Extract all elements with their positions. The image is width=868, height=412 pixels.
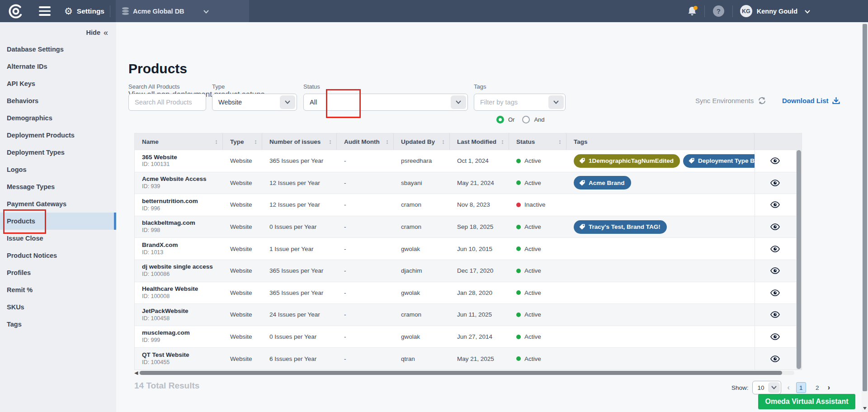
sidebar-item-skus[interactable]: SKUs bbox=[0, 298, 116, 316]
view-product-button[interactable] bbox=[755, 238, 795, 260]
page-number-1[interactable]: 1 bbox=[796, 382, 806, 393]
product-name[interactable]: QT Test Website bbox=[142, 352, 189, 359]
or-radio-label: Or bbox=[508, 116, 514, 123]
omeda-logo-icon[interactable] bbox=[8, 4, 24, 19]
settings-label[interactable]: Settings bbox=[77, 7, 104, 15]
product-name[interactable]: Healthcare Website bbox=[142, 286, 198, 293]
hamburger-menu-icon[interactable] bbox=[39, 6, 51, 16]
chevron-down-icon[interactable] bbox=[451, 95, 466, 109]
sort-icon[interactable]: ↕ bbox=[215, 138, 218, 145]
sidebar-item-product-notices[interactable]: Product Notices bbox=[0, 247, 116, 264]
next-page-button[interactable]: › bbox=[828, 384, 830, 392]
sidebar-item-remit-[interactable]: Remit % bbox=[0, 281, 116, 298]
page-scrollbar[interactable] bbox=[862, 22, 868, 412]
sidebar-item-alternate-ids[interactable]: Alternate IDs bbox=[0, 58, 116, 75]
sort-icon[interactable]: ↕ bbox=[254, 138, 257, 145]
product-name[interactable]: blackbeltmag.com bbox=[142, 220, 195, 227]
product-name[interactable]: Acme Website Access bbox=[142, 176, 207, 183]
tags-filter-select[interactable]: Filter by tags bbox=[474, 94, 566, 111]
tag-badge[interactable]: 1DemographicTagNumEdited bbox=[574, 154, 680, 168]
sort-icon[interactable]: ↕ bbox=[558, 138, 561, 145]
sidebar-item-deployment-products[interactable]: Deployment Products bbox=[0, 127, 116, 144]
sidebar-item-demographics[interactable]: Demographics bbox=[0, 109, 116, 127]
sidebar-item-api-keys[interactable]: API Keys bbox=[0, 75, 116, 92]
view-product-button[interactable] bbox=[755, 282, 795, 304]
view-product-button[interactable] bbox=[755, 326, 795, 348]
type-select[interactable]: Website bbox=[212, 94, 297, 111]
sidebar-item-products[interactable]: Products bbox=[0, 213, 116, 230]
product-name[interactable]: 365 Website bbox=[142, 154, 177, 161]
sort-icon[interactable]: ↕ bbox=[501, 138, 504, 145]
or-radio[interactable] bbox=[496, 116, 504, 123]
sidebar-item-tags[interactable]: Tags bbox=[0, 316, 116, 333]
horizontal-scroll-thumb[interactable] bbox=[140, 371, 782, 375]
database-selector[interactable]: Acme Global DB bbox=[116, 0, 249, 22]
product-name-cell[interactable]: dj website single accessID: 100086 bbox=[135, 260, 223, 282]
sidebar-item-deployment-types[interactable]: Deployment Types bbox=[0, 144, 116, 161]
view-product-button[interactable] bbox=[755, 348, 795, 369]
chevron-down-icon[interactable] bbox=[805, 7, 810, 15]
table-horizontal-scrollbar[interactable]: ◀ bbox=[134, 370, 794, 375]
view-product-button[interactable] bbox=[755, 260, 795, 282]
product-name-cell[interactable]: Healthcare WebsiteID: 100008 bbox=[135, 282, 223, 304]
chevron-down-icon[interactable] bbox=[768, 382, 780, 393]
sidebar-item-logos[interactable]: Logos bbox=[0, 161, 116, 178]
status-dot bbox=[516, 356, 521, 361]
product-name[interactable]: betternutrition.com bbox=[142, 198, 198, 205]
view-product-button[interactable] bbox=[755, 194, 795, 216]
chevron-down-icon[interactable] bbox=[548, 95, 564, 109]
updated-by-cell: gwolak bbox=[394, 238, 450, 260]
table-vertical-scrollbar[interactable] bbox=[796, 150, 802, 369]
product-name-cell[interactable]: BrandX.comID: 1013 bbox=[135, 238, 223, 260]
view-product-button[interactable] bbox=[755, 150, 795, 172]
chevron-down-icon[interactable] bbox=[280, 95, 295, 109]
sync-environments-button[interactable]: Sync Environments bbox=[695, 97, 766, 104]
view-product-button[interactable] bbox=[755, 216, 795, 238]
sidebar-item-payment-gateways[interactable]: Payment Gateways bbox=[0, 195, 116, 213]
and-radio[interactable] bbox=[522, 116, 530, 123]
download-list-button[interactable]: Download List bbox=[782, 97, 840, 104]
sort-icon[interactable]: ↕ bbox=[386, 138, 389, 145]
sort-icon[interactable]: ↕ bbox=[329, 138, 332, 145]
table-row: betternutrition.comID: 996Website12 Issu… bbox=[135, 194, 802, 216]
help-icon[interactable]: ? bbox=[713, 5, 724, 17]
tag-badge[interactable]: Acme Brand bbox=[574, 176, 631, 189]
tag-badge[interactable]: Deployment Type Brand bbox=[683, 154, 755, 168]
product-name-cell[interactable]: Acme Website AccessID: 939 bbox=[135, 172, 223, 194]
page-size-select[interactable]: 10 bbox=[752, 381, 781, 394]
page-scroll-thumb[interactable] bbox=[863, 24, 867, 391]
product-name-cell[interactable]: musclemag.comID: 999 bbox=[135, 326, 223, 348]
omeda-virtual-assistant-button[interactable]: Omeda Virtual Assistant bbox=[758, 394, 855, 409]
product-name[interactable]: BrandX.com bbox=[142, 242, 178, 249]
sidebar-item-profiles[interactable]: Profiles bbox=[0, 264, 116, 281]
updated-by-cell: cramon bbox=[394, 304, 450, 326]
product-name-cell[interactable]: blackbeltmag.comID: 998 bbox=[135, 216, 223, 238]
product-name-cell[interactable]: JetPackWebsiteID: 100458 bbox=[135, 304, 223, 326]
search-input[interactable] bbox=[129, 99, 206, 106]
product-name-cell[interactable]: betternutrition.comID: 996 bbox=[135, 194, 223, 216]
sidebar-item-message-types[interactable]: Message Types bbox=[0, 178, 116, 195]
product-name-cell[interactable]: QT Test WebsiteID: 100455 bbox=[135, 348, 223, 369]
sidebar-hide-button[interactable]: Hide « bbox=[0, 22, 116, 38]
sidebar-item-behaviors[interactable]: Behaviors bbox=[0, 92, 116, 109]
view-product-button[interactable] bbox=[755, 304, 795, 326]
status-dot bbox=[516, 269, 521, 273]
scroll-left-arrow-icon[interactable]: ◀ bbox=[134, 370, 138, 376]
tag-badge[interactable]: Tracy's Test, Brand TAG! bbox=[574, 220, 667, 234]
product-name[interactable]: musclemag.com bbox=[142, 330, 190, 336]
scroll-down-arrow-icon[interactable] bbox=[863, 407, 867, 410]
sidebar-item-issue-close[interactable]: Issue Close bbox=[0, 230, 116, 247]
page-number-2[interactable]: 2 bbox=[812, 382, 822, 393]
product-name[interactable]: dj website single access bbox=[142, 264, 213, 270]
user-avatar[interactable]: KG bbox=[740, 5, 752, 17]
product-name[interactable]: JetPackWebsite bbox=[142, 308, 189, 315]
sort-icon[interactable]: ↕ bbox=[442, 138, 445, 145]
user-name[interactable]: Kenny Gould bbox=[757, 8, 797, 15]
notifications-bell-icon[interactable] bbox=[687, 6, 697, 17]
product-name-cell[interactable]: 365 WebsiteID: 100131 bbox=[135, 150, 223, 172]
status-select[interactable]: All bbox=[303, 94, 468, 111]
sidebar-item-database-settings[interactable]: Database Settings bbox=[0, 41, 116, 58]
view-product-button[interactable] bbox=[755, 172, 795, 194]
eye-icon bbox=[770, 157, 780, 164]
settings-gear-icon: ⚙ bbox=[64, 6, 73, 16]
